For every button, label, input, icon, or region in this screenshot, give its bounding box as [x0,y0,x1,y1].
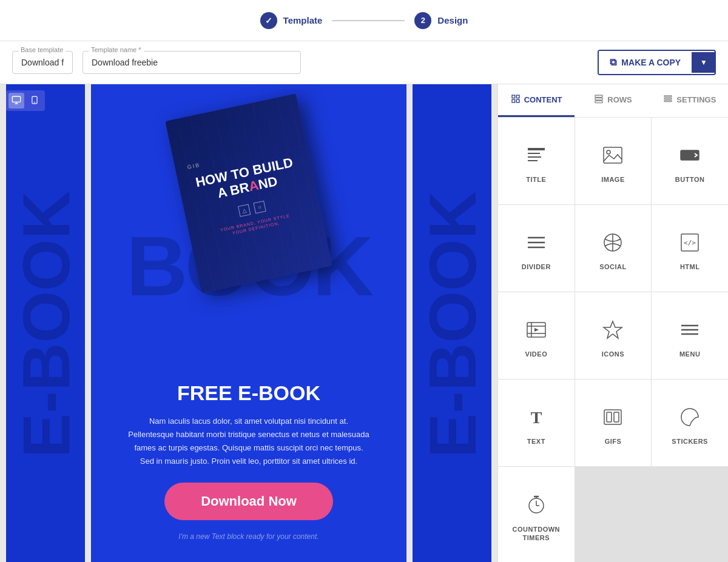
make-copy-main-button[interactable]: ⧉ MAKE A COPY [599,51,692,74]
content-item-video[interactable]: VIDEO [498,292,575,379]
video-icon [523,316,550,343]
html-icon: </> [676,229,703,256]
svg-marker-35 [604,321,622,338]
text-block-placeholder: I'm a new Text block ready for your cont… [178,532,318,541]
content-item-countdown[interactable]: COUNTDOWNTIMERS [498,467,575,562]
make-copy-button-group[interactable]: ⧉ MAKE A COPY ▼ [598,50,716,75]
content-item-text[interactable]: T TEXT [498,380,575,466]
canvas-wrapper: E-BOOK E-BOOK GIB [0,84,497,562]
svg-point-20 [607,150,610,154]
content-item-menu[interactable]: MENU [652,292,728,379]
canvas-frame: E-BOOK E-BOOK GIB [6,84,491,562]
desktop-view-button[interactable] [8,93,24,109]
content-item-title[interactable]: TITLE [498,118,575,204]
svg-text:T: T [530,408,542,427]
tab-settings-label: SETTINGS [676,95,716,104]
gifs-icon [599,404,626,430]
svg-marker-34 [534,328,539,332]
content-item-title-label: TITLE [526,176,546,183]
step-1-circle [260,12,277,29]
content-item-text-label: TEXT [527,438,545,445]
svg-text:</>: </> [684,239,696,247]
countdown-icon [523,491,550,518]
content-item-html-label: HTML [680,263,700,270]
content-items-grid: TITLE IMAGE [498,118,728,562]
content-item-countdown-label: COUNTDOWNTIMERS [513,525,560,543]
tab-rows[interactable]: ROWS [575,84,651,117]
step-1-label: Template [283,15,323,25]
canvas-area: E-BOOK E-BOOK GIB [0,84,497,562]
step-2-label: Design [437,15,468,25]
content-item-divider[interactable]: DIVIDER [498,205,575,292]
svg-rect-5 [512,95,515,98]
right-panel: E-BOOK [413,84,491,562]
copy-icon: ⧉ [610,57,616,68]
mobile-view-button[interactable] [27,93,42,109]
content-item-social-label: SOCIAL [599,263,627,270]
svg-rect-12 [664,96,672,97]
left-panel: E-BOOK [6,84,85,562]
social-icon [599,229,626,256]
title-icon [523,142,550,169]
svg-rect-13 [664,98,672,99]
main-area: E-BOOK E-BOOK GIB [0,84,728,562]
svg-rect-42 [614,412,619,422]
content-item-image[interactable]: IMAGE [575,118,652,204]
book-cover-wrapper: GIB HOW TO BUILDA BRAND △ ○ YOUR BRAND, … [170,96,328,290]
tab-content[interactable]: CONTENT [498,84,575,117]
step-connector [332,20,405,21]
make-copy-label: MAKE A COPY [621,58,681,67]
content-item-icons[interactable]: ICONS [575,292,652,379]
menu-icon [676,316,703,343]
content-section: FREE E-BOOK Nam iaculis lacus dolor, sit… [91,363,406,562]
svg-rect-0 [12,96,20,102]
step-1: Template [260,12,323,29]
divider-icon [523,229,550,256]
step-2: 2 Design [414,12,468,29]
sidebar-tabs: CONTENT ROWS [498,84,728,118]
icons-icon [599,316,626,343]
svg-rect-8 [516,99,519,102]
image-icon [599,142,626,169]
book-cover: GIB HOW TO BUILDA BRAND △ ○ YOUR BRAND, … [165,93,332,293]
svg-rect-41 [607,412,612,422]
base-template-input[interactable] [12,51,73,74]
mobile-icon [30,96,39,106]
text-icon: T [523,404,550,430]
content-item-stickers[interactable]: STICKERS [652,380,728,466]
content-item-html[interactable]: </> HTML [652,205,728,292]
template-name-field: Template name * [83,51,301,74]
email-preview: E-BOOK GIB HOW TO BUILDA BRAND [91,84,406,562]
free-ebook-title: FREE E-BOOK [177,381,320,405]
right-sidebar: CONTENT ROWS [497,84,728,562]
svg-rect-14 [664,101,672,102]
book-icons: △ ○ [238,201,266,217]
desktop-icon [12,95,21,107]
content-item-button[interactable]: BUTTON [652,118,728,204]
template-name-input[interactable] [83,51,301,74]
content-grid-icon [511,94,521,105]
book-subtitle: YOUR BRAND, YOUR STYLEYOUR DEFINITION. [220,212,291,238]
tab-rows-label: ROWS [607,95,632,104]
content-item-gifs[interactable]: GIFS [575,380,652,466]
svg-rect-7 [512,99,515,102]
content-item-divider-label: DIVIDER [522,263,551,270]
book-logo: GIB [187,162,201,170]
left-bg-text: E-BOOK [16,191,76,458]
download-now-button[interactable]: Download Now [164,483,333,520]
book-title: HOW TO BUILDA BRAND [194,155,297,205]
rows-icon [594,94,604,105]
tab-content-label: CONTENT [524,95,562,104]
button-icon [676,142,703,169]
base-template-label: Base template [18,46,66,53]
svg-rect-6 [516,95,519,98]
make-copy-dropdown-button[interactable]: ▼ [692,52,715,73]
tab-settings[interactable]: SETTINGS [652,84,728,117]
content-item-image-label: IMAGE [601,176,625,183]
step-2-circle: 2 [414,12,431,29]
template-name-label: Template name * [89,46,144,53]
circle-icon: ○ [253,201,266,213]
triangle-icon: △ [238,204,251,216]
svg-rect-10 [595,98,602,100]
content-item-social[interactable]: SOCIAL [575,205,652,292]
